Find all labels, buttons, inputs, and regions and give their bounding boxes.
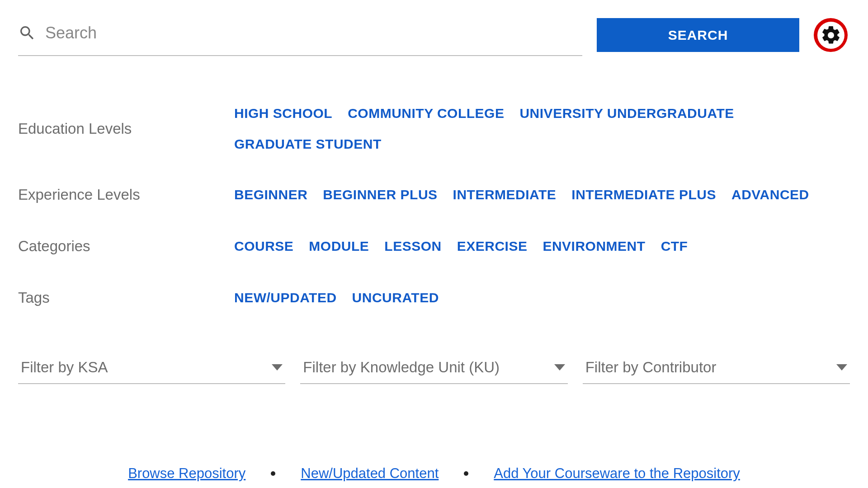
filter-ksa-select[interactable]: Filter by KSA [18,352,285,384]
chevron-down-icon [836,364,847,371]
link-add-courseware[interactable]: Add Your Courseware to the Repository [494,465,740,482]
chip-new-updated[interactable]: NEW/UPDATED [234,290,337,305]
categories-label: Categories [18,238,234,255]
filter-rows: Education Levels HIGH SCHOOL COMMUNITY C… [18,106,850,306]
chip-advanced[interactable]: ADVANCED [731,187,809,202]
chip-high-school[interactable]: HIGH SCHOOL [234,106,332,121]
link-new-updated-content[interactable]: New/Updated Content [301,465,439,482]
chip-beginner-plus[interactable]: BEGINNER PLUS [323,187,437,202]
search-input[interactable] [45,23,582,42]
selects-row: Filter by KSA Filter by Knowledge Unit (… [18,352,850,384]
bottom-links: Browse Repository New/Updated Content Ad… [18,465,850,482]
search-field-wrap [18,18,582,56]
experience-levels-row: Experience Levels BEGINNER BEGINNER PLUS… [18,186,850,203]
gear-icon [820,24,842,46]
education-levels-row: Education Levels HIGH SCHOOL COMMUNITY C… [18,106,850,152]
filter-contributor-select[interactable]: Filter by Contributor [583,352,850,384]
chip-uncurated[interactable]: UNCURATED [352,290,439,305]
filter-ku-label: Filter by Knowledge Unit (KU) [303,359,500,376]
settings-button[interactable] [814,18,848,52]
chevron-down-icon [554,364,565,371]
search-button[interactable]: SEARCH [597,18,799,52]
chip-environment[interactable]: ENVIRONMENT [542,239,645,254]
chip-lesson[interactable]: LESSON [384,239,441,254]
chip-exercise[interactable]: EXERCISE [457,239,528,254]
chevron-down-icon [272,364,283,371]
link-browse-repository[interactable]: Browse Repository [128,465,245,482]
separator-dot [271,471,275,476]
categories-row: Categories COURSE MODULE LESSON EXERCISE… [18,238,850,255]
tags-chips: NEW/UPDATED UNCURATED [234,290,439,305]
filter-ksa-label: Filter by KSA [21,359,108,376]
chip-course[interactable]: COURSE [234,239,293,254]
filter-ku-select[interactable]: Filter by Knowledge Unit (KU) [300,352,567,384]
separator-dot [464,471,468,476]
categories-chips: COURSE MODULE LESSON EXERCISE ENVIRONMEN… [234,239,688,254]
search-icon [18,24,36,42]
experience-levels-label: Experience Levels [18,186,234,203]
chip-university-undergraduate[interactable]: UNIVERSITY UNDERGRADUATE [519,106,734,121]
chip-intermediate[interactable]: INTERMEDIATE [453,187,557,202]
chip-ctf[interactable]: CTF [661,239,688,254]
top-row: SEARCH [18,18,850,56]
settings-inner [817,22,844,49]
chip-community-college[interactable]: COMMUNITY COLLEGE [348,106,504,121]
education-levels-chips: HIGH SCHOOL COMMUNITY COLLEGE UNIVERSITY… [234,106,850,152]
experience-levels-chips: BEGINNER BEGINNER PLUS INTERMEDIATE INTE… [234,187,809,202]
chip-beginner[interactable]: BEGINNER [234,187,307,202]
education-levels-label: Education Levels [18,120,234,137]
chip-graduate-student[interactable]: GRADUATE STUDENT [234,136,382,152]
tags-row: Tags NEW/UPDATED UNCURATED [18,289,850,306]
tags-label: Tags [18,289,234,306]
chip-intermediate-plus[interactable]: INTERMEDIATE PLUS [571,187,716,202]
chip-module[interactable]: MODULE [309,239,369,254]
filter-contributor-label: Filter by Contributor [585,359,717,376]
